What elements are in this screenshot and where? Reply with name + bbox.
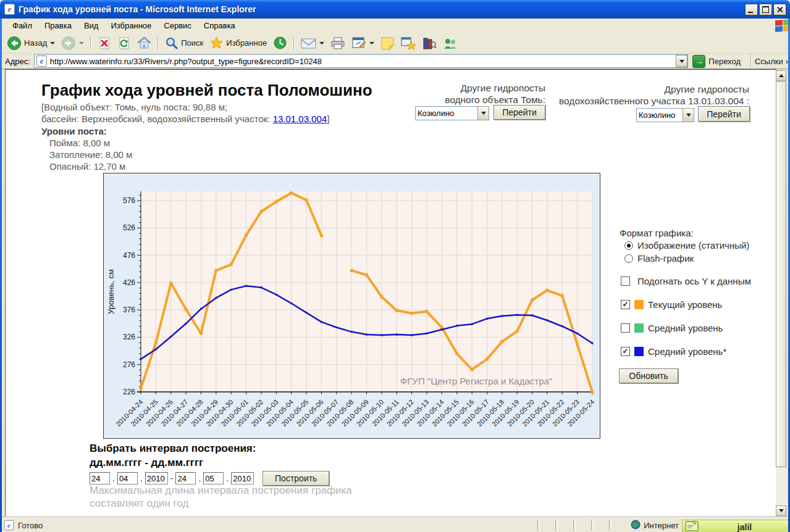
edit-button[interactable] <box>348 35 377 52</box>
menu-help[interactable]: Справка <box>198 19 242 32</box>
window-title: График хода уровней поста - Microsoft In… <box>19 4 745 14</box>
print-icon <box>330 36 345 50</box>
from-month-input[interactable] <box>117 472 138 484</box>
other-posts-basin-label: Другие гидропосты водохозяйственного уча… <box>559 83 749 107</box>
menu-tools[interactable]: Сервис <box>158 19 198 32</box>
scroll-up-button[interactable] <box>776 70 786 81</box>
back-dropdown-icon[interactable] <box>50 42 55 44</box>
river-post-select[interactable]: Козюлино <box>415 106 489 120</box>
forward-dropdown-icon[interactable] <box>79 42 84 44</box>
chevron-down-icon[interactable] <box>683 108 694 122</box>
status-pane-divider <box>609 520 611 531</box>
current-level-checkbox[interactable]: ✓ <box>621 300 630 309</box>
vertical-scrollbar[interactable] <box>776 70 786 516</box>
meta-line-2-text: бассейн: Верхнеобский, водохозяйственный… <box>41 114 273 124</box>
menu-edit[interactable]: Правка <box>38 19 78 32</box>
interval-note-line2: составляет один год <box>90 497 188 510</box>
stop-icon <box>98 36 111 50</box>
svg-text:326: 326 <box>123 333 135 341</box>
search-label: Поиск <box>181 38 203 48</box>
fit-y-axis-label: Подогнать ось Y к данным <box>637 276 751 286</box>
to-day-input[interactable] <box>175 472 196 484</box>
edit-icon <box>351 36 366 50</box>
scroll-down-button[interactable] <box>776 505 786 516</box>
refresh-button[interactable] <box>114 35 134 52</box>
from-day-input[interactable] <box>90 472 110 484</box>
notes-button[interactable] <box>377 35 398 52</box>
stop-button[interactable] <box>95 35 114 52</box>
flash-chart-radio[interactable] <box>624 254 633 263</box>
svg-text:276: 276 <box>123 360 135 369</box>
close-button[interactable] <box>773 4 786 15</box>
menu-favorites[interactable]: Избранное <box>104 19 158 32</box>
static-image-radio[interactable] <box>624 241 633 250</box>
dot-separator: . <box>112 473 115 483</box>
refresh-chart-button[interactable]: Обновить <box>619 368 678 383</box>
level-flooding: Затопление: 8,00 м <box>49 149 132 160</box>
level-floodplain: Пойма: 8,00 м <box>49 138 110 148</box>
toolbar-separator <box>293 36 295 51</box>
home-icon <box>137 36 151 50</box>
address-dropdown-button[interactable] <box>676 55 687 67</box>
search-icon <box>165 36 179 50</box>
basin-post-select[interactable]: Козюлино <box>636 108 694 122</box>
mail-dropdown-icon[interactable] <box>319 42 324 44</box>
mean-level-checkbox[interactable] <box>621 323 630 333</box>
search-button[interactable]: Поиск <box>162 35 206 52</box>
ie-page-icon: e <box>36 56 47 67</box>
chevron-down-icon[interactable] <box>477 106 489 120</box>
to-year-input[interactable] <box>231 472 254 484</box>
mean-level-swatch <box>634 323 644 333</box>
status-pane-divider <box>591 520 594 531</box>
basin-post-go-button[interactable]: Перейти <box>698 106 750 122</box>
river-post-go-button[interactable]: Перейти <box>494 105 545 120</box>
maximize-button[interactable] <box>759 4 772 15</box>
research-button[interactable] <box>419 35 440 52</box>
toolbar-separator <box>158 36 159 51</box>
note-icon <box>380 36 395 50</box>
svg-text:376: 376 <box>123 305 135 314</box>
format-heading: Формат графика: <box>620 228 694 238</box>
mean-level-star-label: Средний уровень* <box>648 346 726 357</box>
fit-y-axis-checkbox[interactable] <box>621 276 630 286</box>
links-button[interactable]: Ссылки » <box>755 57 790 66</box>
favorites-button[interactable]: Избранное <box>206 34 270 52</box>
window-star-icon <box>401 36 416 50</box>
mean-level-star-checkbox[interactable]: ✓ <box>621 347 630 356</box>
history-button[interactable] <box>270 34 290 52</box>
menu-view[interactable]: Вид <box>78 19 105 32</box>
other-posts-river-label: Другие гидропосты водного объекта Томь: <box>445 82 545 106</box>
messenger-button[interactable] <box>440 35 461 52</box>
to-month-input[interactable] <box>203 472 224 484</box>
minimize-button[interactable] <box>745 4 758 15</box>
chart-canvas: 2262763263764264765265762010-04-242010-0… <box>104 173 600 438</box>
maximize-icon <box>762 6 769 13</box>
address-input[interactable]: e http://www.waterinfo.ru/33/Rivers/r.ph… <box>34 54 689 68</box>
back-icon <box>7 36 22 51</box>
meta-line-1: [Водный объект: Томь, нуль поста: 90,88 … <box>41 102 227 112</box>
forward-button[interactable] <box>58 34 87 52</box>
close-icon <box>776 6 783 13</box>
svg-text:Уровень, см: Уровень, см <box>106 269 116 314</box>
current-level-swatch <box>634 300 644 309</box>
links-label: Ссылки <box>755 57 783 66</box>
scrollbar-thumb[interactable] <box>776 81 786 467</box>
back-button[interactable]: Назад <box>4 34 58 52</box>
add-favorite-button[interactable] <box>398 35 419 52</box>
menu-file[interactable]: Файл <box>6 19 38 32</box>
basin-post-select-value: Козюлино <box>637 110 683 120</box>
minimize-icon <box>748 12 753 13</box>
arrow-down-icon <box>779 509 784 512</box>
address-bar: Адрес: e http://www.waterinfo.ru/33/Rive… <box>0 54 790 69</box>
edit-dropdown-icon[interactable] <box>369 42 374 44</box>
flash-chart-label: Flash-график <box>637 253 694 264</box>
go-button[interactable]: → Переход <box>691 54 745 69</box>
water-district-link[interactable]: 13.01.03.004 <box>273 114 327 124</box>
from-year-input[interactable] <box>145 472 168 484</box>
home-button[interactable] <box>134 34 154 52</box>
dash-separator: - <box>170 473 174 483</box>
build-chart-button[interactable]: Построить <box>263 471 329 486</box>
mail-button[interactable] <box>298 35 327 51</box>
print-button[interactable] <box>327 35 348 52</box>
mail-icon <box>301 37 316 49</box>
